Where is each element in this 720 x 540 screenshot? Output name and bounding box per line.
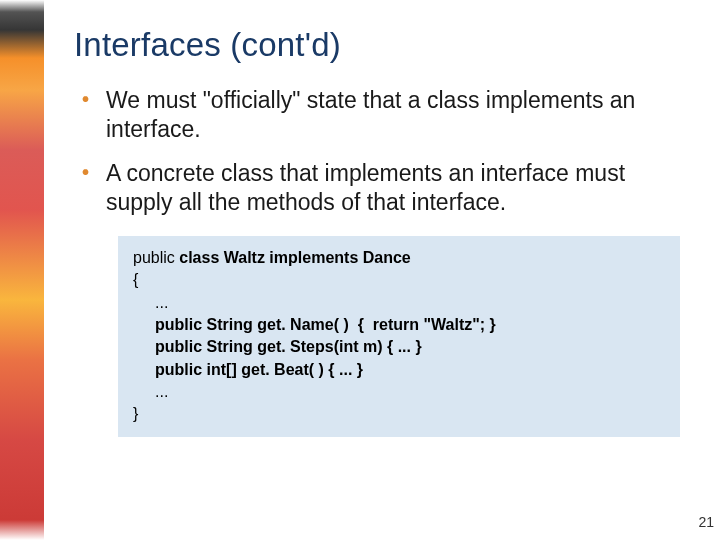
code-line: { (133, 269, 665, 291)
page-number: 21 (698, 514, 714, 530)
code-line: ... (133, 292, 665, 314)
slide-title: Interfaces (cont'd) (74, 26, 690, 64)
code-line: public class Waltz implements Dance (133, 247, 665, 269)
code-line: public String get. Name( ) { return "Wal… (133, 314, 665, 336)
code-block: public class Waltz implements Dance { ..… (118, 236, 680, 437)
code-line: public int[] get. Beat( ) { ... } (133, 359, 665, 381)
bullet-item: We must "officially" state that a class … (82, 86, 690, 145)
code-line: public String get. Steps(int m) { ... } (133, 336, 665, 358)
code-text: public (133, 249, 179, 266)
slide-content: Interfaces (cont'd) We must "officially"… (44, 0, 720, 540)
bullet-list: We must "officially" state that a class … (74, 86, 690, 218)
code-line: } (133, 403, 665, 425)
bullet-item: A concrete class that implements an inte… (82, 159, 690, 218)
code-bold: public int[] get. Beat( ) { ... } (155, 361, 363, 378)
code-bold: public String get. Name( ) { return "Wal… (155, 316, 496, 333)
code-line: ... (133, 381, 665, 403)
code-bold: public String get. Steps(int m) { ... } (155, 338, 422, 355)
decorative-sidebar (0, 0, 44, 540)
code-bold: class Waltz implements Dance (179, 249, 411, 266)
